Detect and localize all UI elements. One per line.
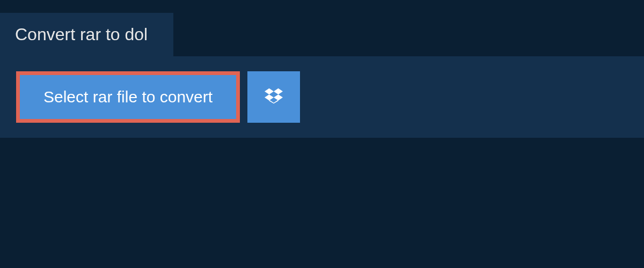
upload-panel: Select rar file to convert <box>0 56 644 138</box>
select-file-label: Select rar file to convert <box>43 88 213 106</box>
dropbox-button[interactable] <box>247 71 300 123</box>
dropbox-icon <box>265 87 283 107</box>
select-file-button[interactable]: Select rar file to convert <box>16 71 240 123</box>
tab-title: Convert rar to dol <box>0 13 173 56</box>
